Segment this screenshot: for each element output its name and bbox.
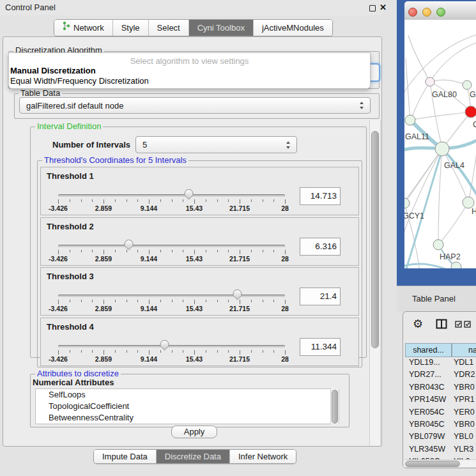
slider-tick-label: -3.426 [43, 355, 73, 363]
attribute-item-selfloops[interactable]: SelfLoops [36, 389, 330, 401]
table-cell[interactable]: YBR045C [409, 418, 445, 431]
slider-tick-label: 2.859 [89, 204, 118, 212]
threshold-value-field[interactable]: 11.344 [300, 338, 341, 356]
slider-handle[interactable] [159, 339, 170, 351]
attribute-item-betweennesscentrality[interactable]: BetweennessCentrality [36, 412, 330, 424]
attributes-scrollbar-thumb[interactable] [332, 390, 338, 424]
slider-handle[interactable] [123, 239, 134, 250]
network-window-titlebar [404, 1, 476, 20]
slider-tick [160, 199, 161, 202]
network-node-hap2[interactable] [433, 240, 443, 250]
tab-style[interactable]: Style [112, 20, 148, 36]
slider-track[interactable] [58, 295, 285, 297]
numerical-attributes-list[interactable]: SelfLoopsTopologicalCoefficientBetweenne… [35, 388, 331, 424]
slider-tick-label: 9.144 [134, 204, 164, 212]
slider-tick [172, 199, 173, 202]
slider-handle[interactable] [183, 188, 194, 200]
main-scrollbar-track[interactable] [369, 120, 381, 445]
slider-tick [115, 199, 116, 202]
tab-select[interactable]: Select [148, 20, 188, 36]
table-cell[interactable]: YBR0 [454, 418, 475, 431]
threshold-value-field[interactable]: 14.713 [300, 187, 341, 205]
num-intervals-combobox[interactable]: 5 [135, 136, 297, 153]
tab-label: Discretize Data [165, 449, 221, 464]
slider-tick [137, 300, 138, 302]
apply-button[interactable]: Apply [171, 426, 217, 438]
threshold-panel-1: Threshold 1-3.4262.8599.14415.4321.71528… [40, 167, 359, 215]
network-edge [430, 80, 466, 85]
table-cell[interactable]: YDL19... [409, 357, 440, 369]
network-icon [63, 20, 70, 36]
tab-discretize-data[interactable]: Discretize Data [156, 450, 229, 463]
table-cell[interactable]: YBL079W [409, 431, 445, 443]
attributes-scrollbar-track[interactable] [330, 388, 339, 424]
slider-tick-label: 21.715 [225, 204, 254, 212]
tab-infer-network[interactable]: Infer Network [229, 450, 296, 463]
network-node-c[interactable] [465, 106, 476, 118]
threshold-panel-2: Threshold 2-3.4262.8599.14415.4321.71528… [40, 217, 359, 266]
threshold-value-field[interactable]: 6.316 [300, 238, 341, 256]
tab-jactivemnodules[interactable]: jActiveMNodules [253, 20, 332, 36]
slider-tick [228, 199, 229, 202]
algorithm-option-equal-width[interactable]: Equal Width/Frequency Discretization [10, 76, 149, 86]
slider-track[interactable] [58, 194, 285, 197]
tab-impute-data[interactable]: Impute Data [94, 450, 156, 463]
table-cell[interactable]: YDR2 [454, 369, 475, 381]
tab-network[interactable]: Network [54, 20, 112, 36]
network-edge [408, 35, 430, 82]
table-cell[interactable]: YBR0 [454, 381, 475, 394]
threshold-label: Threshold 1 [47, 171, 94, 181]
table-cell[interactable]: YER0 [454, 406, 475, 418]
checkbox-icon[interactable] [455, 321, 462, 328]
table-cell[interactable]: YDR27... [409, 369, 441, 381]
column-header-shared[interactable]: shared... [405, 343, 452, 357]
close-icon[interactable]: ✕ [380, 3, 387, 12]
attributes-group-label: Attributes to discretize [35, 369, 121, 378]
network-node-ga[interactable] [463, 81, 472, 89]
slider-tick [228, 250, 229, 252]
tab-cyni-toolbox[interactable]: Cyni Toolbox [188, 20, 253, 36]
network-canvas[interactable]: GAL80GACGAL11GAL4GCY1HHAP2 [404, 20, 476, 268]
table-cell[interactable]: YBL0 [454, 431, 473, 443]
minimize-traffic-light[interactable] [422, 8, 431, 17]
network-node-gal11[interactable] [405, 115, 415, 125]
zoom-traffic-light[interactable] [436, 8, 445, 17]
close-traffic-light[interactable] [408, 8, 417, 17]
attribute-item-topologicalcoefficient[interactable]: TopologicalCoefficient [36, 401, 330, 412]
gear-icon[interactable]: ⚙ [413, 317, 423, 331]
column-header-name[interactable]: na [452, 343, 476, 357]
slider-tick [58, 250, 59, 254]
slider-track[interactable] [58, 345, 285, 348]
threshold-label: Threshold 3 [47, 272, 94, 281]
checkbox-icon[interactable] [464, 321, 471, 328]
table-cell[interactable]: YBR043C [409, 381, 445, 394]
algorithm-option-manual[interactable]: Manual Discretization [10, 66, 96, 75]
slider-handle[interactable] [232, 289, 243, 300]
slider-track[interactable] [58, 245, 285, 247]
table-cell[interactable]: YLR345W [409, 443, 445, 456]
table-cell[interactable]: YPR1 [454, 394, 475, 406]
table-cell[interactable]: YER054C [409, 406, 445, 418]
network-node-label: HAP2 [440, 252, 461, 261]
network-node-gal4[interactable] [435, 142, 449, 156]
threshold-value-field[interactable]: 21.4 [300, 288, 341, 305]
table-hscrollbar-track[interactable] [404, 459, 476, 467]
slider-tick [160, 250, 161, 252]
split-column-icon[interactable] [436, 319, 447, 329]
main-scrollbar-thumb[interactable] [371, 131, 379, 348]
float-panel-icon[interactable] [369, 5, 376, 12]
slider-tick [104, 300, 104, 304]
tab-label: Select [157, 20, 180, 36]
tab-label: Impute Data [102, 449, 148, 464]
table-cell[interactable]: YLR3 [454, 443, 473, 456]
table-hscrollbar-thumb[interactable] [405, 461, 460, 467]
table-data-combobox[interactable]: galFiltered.sif default node [19, 97, 371, 114]
table-cell[interactable]: YPR145W [409, 394, 446, 406]
slider-tick-label: 21.715 [225, 355, 254, 363]
slider-tick [194, 250, 195, 254]
network-node-gcy1[interactable] [404, 198, 410, 208]
slider-tick [127, 300, 127, 302]
thresholds-group-label: Threshold's Coordinates for 5 Intervals [42, 156, 188, 164]
network-node-gal80[interactable] [426, 77, 434, 86]
table-cell[interactable]: YDL1 [454, 357, 473, 369]
